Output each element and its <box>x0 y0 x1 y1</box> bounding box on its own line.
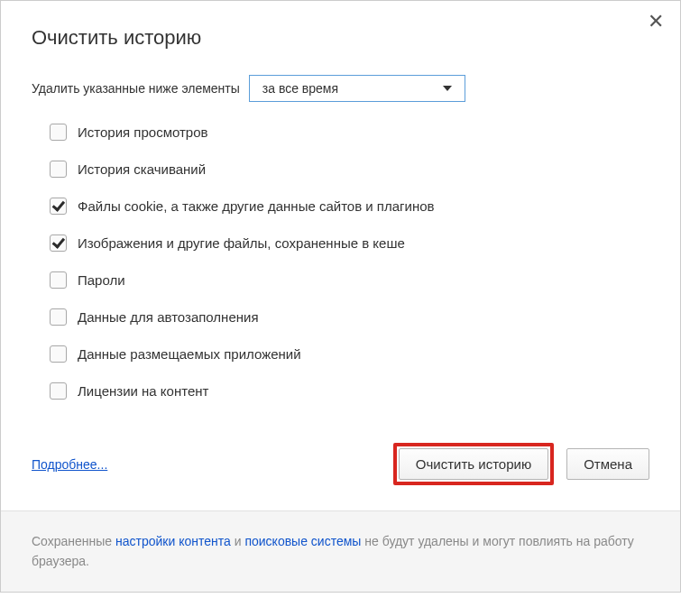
checkbox-browsing-history[interactable] <box>50 124 67 141</box>
option-label: История скачиваний <box>78 161 206 177</box>
time-range-row: Удалить указанные ниже элементы за все в… <box>32 75 649 102</box>
time-range-selected: за все время <box>262 81 338 96</box>
option-download-history: История скачиваний <box>50 161 649 178</box>
checkbox-hosted-apps[interactable] <box>50 345 67 363</box>
clear-history-dialog: ✕ Очистить историю Удалить указанные ниж… <box>0 0 681 593</box>
chevron-down-icon <box>443 86 452 91</box>
time-range-select[interactable]: за все время <box>249 75 465 102</box>
cancel-button[interactable]: Отмена <box>566 448 649 480</box>
action-buttons: Очистить историю Отмена <box>393 443 649 485</box>
content-settings-link[interactable]: настройки контента <box>115 534 231 548</box>
clear-history-button[interactable]: Очистить историю <box>399 448 548 480</box>
option-label: Данные для автозаполнения <box>78 309 259 325</box>
option-label: Файлы cookie, а также другие данные сайт… <box>78 198 435 214</box>
checkbox-content-licenses[interactable] <box>50 382 67 400</box>
dialog-body: Очистить историю Удалить указанные ниже … <box>1 1 680 510</box>
option-cookies: Файлы cookie, а также другие данные сайт… <box>50 198 649 215</box>
dialog-footer: Сохраненные настройки контента и поисков… <box>1 510 680 592</box>
option-label: Изображения и другие файлы, сохраненные … <box>78 235 405 251</box>
checkbox-passwords[interactable] <box>50 271 67 289</box>
checkbox-cached-images[interactable] <box>50 234 67 252</box>
option-label: Лицензии на контент <box>78 383 208 399</box>
time-range-label: Удалить указанные ниже элементы <box>32 81 240 96</box>
option-content-licenses: Лицензии на контент <box>50 382 649 400</box>
option-label: Данные размещаемых приложений <box>78 346 301 362</box>
options-list: История просмотров История скачиваний Фа… <box>32 124 649 400</box>
close-icon: ✕ <box>648 10 664 32</box>
option-browsing-history: История просмотров <box>50 124 649 141</box>
learn-more-link[interactable]: Подробнее... <box>32 457 107 472</box>
footer-text-mid: и <box>231 534 245 548</box>
clear-button-highlight: Очистить историю <box>393 443 554 485</box>
checkbox-cookies[interactable] <box>50 198 67 215</box>
option-label: Пароли <box>78 272 125 288</box>
close-button[interactable]: ✕ <box>648 12 664 32</box>
option-hosted-apps: Данные размещаемых приложений <box>50 345 649 363</box>
checkbox-autofill[interactable] <box>50 308 67 326</box>
dialog-actions: Подробнее... Очистить историю Отмена <box>32 443 649 485</box>
option-label: История просмотров <box>78 124 208 140</box>
checkbox-download-history[interactable] <box>50 161 67 178</box>
option-cached-images: Изображения и другие файлы, сохраненные … <box>50 234 649 252</box>
footer-text-prefix: Сохраненные <box>32 534 115 548</box>
search-engines-link[interactable]: поисковые системы <box>244 534 361 548</box>
dialog-title: Очистить историю <box>32 26 649 50</box>
option-passwords: Пароли <box>50 271 649 289</box>
option-autofill: Данные для автозаполнения <box>50 308 649 326</box>
